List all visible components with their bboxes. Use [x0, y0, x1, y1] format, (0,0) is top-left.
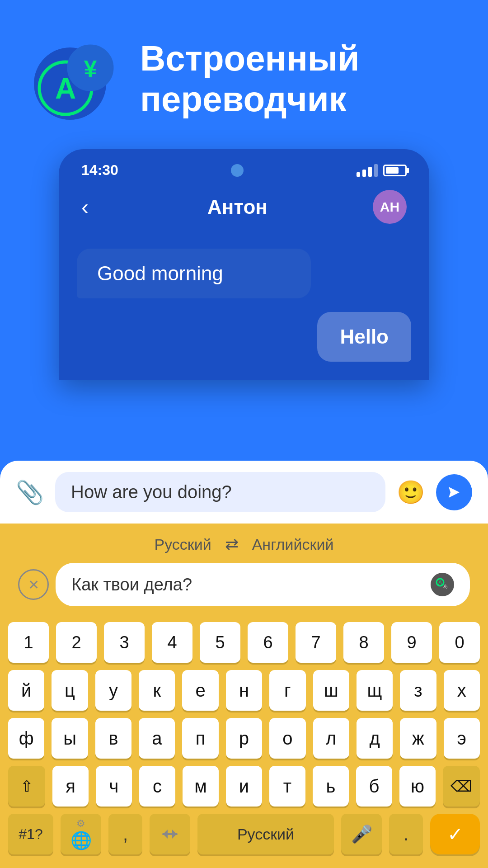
- key-1[interactable]: 1: [8, 622, 49, 663]
- clear-translation-button[interactable]: ✕: [18, 569, 49, 600]
- dynamic-island: [231, 164, 244, 177]
- swap-languages-icon[interactable]: ⇄: [225, 535, 239, 554]
- message-input[interactable]: How are you doing?: [55, 472, 385, 512]
- message-list: Good morning Hello: [77, 249, 411, 362]
- header-section: A ¥ Встроенный переводчик: [0, 0, 488, 140]
- key-ц[interactable]: ц: [52, 670, 88, 711]
- key-3[interactable]: 3: [104, 622, 145, 663]
- translated-text: Как твои дела?: [71, 575, 192, 594]
- key-и[interactable]: и: [226, 766, 262, 807]
- svg-text:A: A: [438, 580, 442, 586]
- key-ш[interactable]: ш: [313, 670, 349, 711]
- contact-name: Антон: [102, 196, 373, 218]
- source-lang[interactable]: Русский: [155, 536, 211, 553]
- backspace-key[interactable]: ⌫: [443, 766, 480, 807]
- bottom-sheet: 📎 How are you doing? 🙂 Русский ⇄ Английс…: [0, 461, 488, 868]
- message-incoming: Good morning: [77, 249, 311, 298]
- keyboard: 1 2 3 4 5 6 7 8 9 0 й ц у к е н г ш: [0, 615, 488, 868]
- key-у[interactable]: у: [95, 670, 131, 711]
- send-button[interactable]: [436, 474, 472, 510]
- translator-bar: Русский ⇄ Английский ✕ Как твои дела? A …: [0, 524, 488, 615]
- key-ж[interactable]: ж: [400, 718, 436, 759]
- nav-bar: ‹ Антон АН: [59, 183, 429, 235]
- key-а[interactable]: а: [139, 718, 175, 759]
- key-к[interactable]: к: [139, 670, 175, 711]
- globe-icon: 🌐: [70, 830, 92, 850]
- key-х[interactable]: х: [444, 670, 480, 711]
- key-е[interactable]: е: [182, 670, 218, 711]
- key-я[interactable]: я: [52, 766, 89, 807]
- app-logo: A ¥: [32, 36, 117, 122]
- cursor-arrow-key[interactable]: [150, 814, 190, 854]
- keyboard-row-2: ф ы в а п р о л д ж э: [8, 718, 480, 759]
- key-щ[interactable]: щ: [357, 670, 393, 711]
- back-button[interactable]: ‹: [81, 194, 89, 219]
- contact-avatar[interactable]: АН: [373, 190, 407, 224]
- key-ю[interactable]: ю: [399, 766, 436, 807]
- key-5[interactable]: 5: [200, 622, 240, 663]
- svg-text:¥: ¥: [84, 56, 97, 82]
- header-title: Встроенный переводчик: [140, 38, 359, 119]
- translation-input-row: ✕ Как твои дела? A あ: [18, 563, 470, 606]
- keyboard-row-1: й ц у к е н г ш щ з х: [8, 670, 480, 711]
- keyboard-row-3: ⇧ я ч с м и т ь б ю ⌫: [8, 766, 480, 807]
- key-д[interactable]: д: [357, 718, 393, 759]
- key-п[interactable]: п: [182, 718, 218, 759]
- translation-field[interactable]: Как твои дела? A あ: [56, 563, 470, 606]
- chat-area: Good morning Hello: [59, 235, 429, 380]
- confirm-key[interactable]: ✓: [430, 814, 480, 854]
- keyboard-bottom-row: #1? ⚙ 🌐 , Русский 🎤 . ✓: [8, 814, 480, 854]
- message-outgoing-row: Hello: [77, 312, 411, 362]
- key-ы[interactable]: ы: [52, 718, 88, 759]
- key-ч[interactable]: ч: [96, 766, 132, 807]
- svg-marker-10: [163, 830, 168, 839]
- key-ф[interactable]: ф: [8, 718, 44, 759]
- emoji-button[interactable]: 🙂: [397, 479, 425, 505]
- key-ь[interactable]: ь: [313, 766, 349, 807]
- key-р[interactable]: р: [226, 718, 262, 759]
- num-spec-key[interactable]: #1?: [8, 814, 53, 854]
- key-с[interactable]: с: [139, 766, 175, 807]
- key-з[interactable]: з: [400, 670, 436, 711]
- phone-mockup: 14:30 ‹ Антон АН Good m: [59, 149, 429, 380]
- shift-key[interactable]: ⇧: [8, 766, 45, 807]
- signal-icon: [357, 164, 378, 177]
- key-э[interactable]: э: [444, 718, 480, 759]
- key-2[interactable]: 2: [56, 622, 97, 663]
- svg-marker-11: [172, 830, 177, 839]
- period-key[interactable]: .: [389, 814, 423, 854]
- attach-icon[interactable]: 📎: [16, 479, 44, 505]
- key-8[interactable]: 8: [343, 622, 384, 663]
- key-0[interactable]: 0: [439, 622, 480, 663]
- key-й[interactable]: й: [8, 670, 44, 711]
- key-н[interactable]: н: [226, 670, 262, 711]
- status-time: 14:30: [81, 162, 118, 179]
- key-4[interactable]: 4: [152, 622, 192, 663]
- key-в[interactable]: в: [95, 718, 131, 759]
- key-6[interactable]: 6: [248, 622, 288, 663]
- input-bar: 📎 How are you doing? 🙂: [0, 461, 488, 524]
- target-lang[interactable]: Английский: [252, 536, 334, 553]
- status-indicators: [357, 164, 407, 177]
- spacebar-key[interactable]: Русский: [197, 814, 334, 854]
- settings-dot: ⚙: [76, 818, 85, 830]
- key-о[interactable]: о: [269, 718, 305, 759]
- svg-text:あ: あ: [443, 584, 448, 589]
- key-м[interactable]: м: [183, 766, 219, 807]
- number-row: 1 2 3 4 5 6 7 8 9 0: [8, 622, 480, 663]
- comma-key[interactable]: ,: [108, 814, 142, 854]
- battery-icon: [383, 165, 407, 176]
- key-7[interactable]: 7: [296, 622, 336, 663]
- message-outgoing: Hello: [317, 312, 411, 362]
- key-9[interactable]: 9: [391, 622, 432, 663]
- key-б[interactable]: б: [356, 766, 392, 807]
- microphone-key[interactable]: 🎤: [341, 814, 382, 854]
- status-bar: 14:30: [59, 149, 429, 183]
- lang-switcher: Русский ⇄ Английский: [18, 535, 470, 554]
- svg-marker-5: [449, 487, 460, 498]
- key-т[interactable]: т: [269, 766, 305, 807]
- translate-icon[interactable]: A あ: [431, 573, 454, 596]
- globe-key[interactable]: ⚙ 🌐: [61, 814, 101, 854]
- key-л[interactable]: л: [313, 718, 349, 759]
- key-г[interactable]: г: [269, 670, 305, 711]
